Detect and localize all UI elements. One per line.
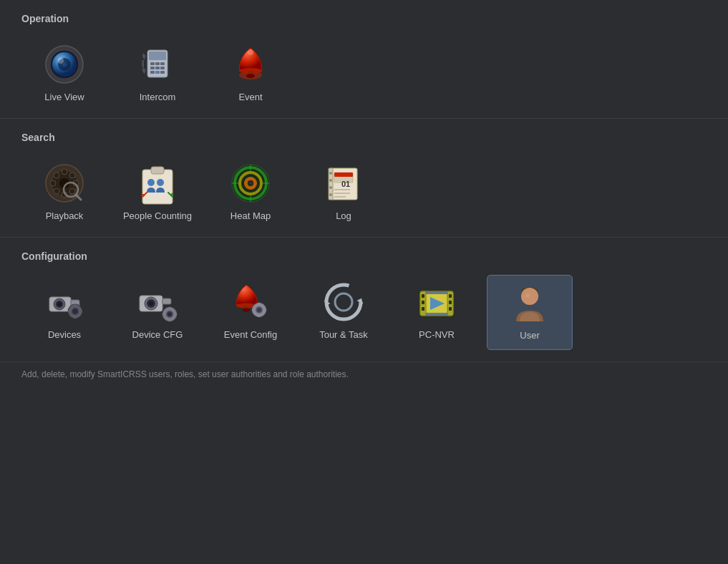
svg-point-5 <box>62 62 67 67</box>
intercom-label: Intercom <box>140 92 176 104</box>
svg-point-82 <box>168 312 172 316</box>
svg-rect-16 <box>160 71 165 74</box>
svg-rect-106 <box>422 307 424 311</box>
intercom-icon <box>136 43 179 86</box>
svg-rect-84 <box>168 319 171 321</box>
playback-label: Playback <box>46 210 84 223</box>
device-cfg-label: Device CFG <box>132 329 183 341</box>
svg-rect-111 <box>426 291 447 294</box>
playback-item[interactable]: Playback <box>21 156 107 230</box>
operation-title: Operation <box>21 13 707 24</box>
log-item[interactable]: 01 Log <box>301 156 387 230</box>
status-text: Add, delete, modify SmartICRSS users, ro… <box>21 369 349 379</box>
svg-point-60 <box>329 179 332 182</box>
svg-rect-73 <box>68 310 71 313</box>
operation-grid: Live View <box>21 37 707 111</box>
svg-rect-95 <box>252 308 255 311</box>
tour-task-item[interactable]: Tour & Task <box>301 275 387 350</box>
svg-rect-54 <box>334 172 353 177</box>
user-label: User <box>520 330 539 342</box>
svg-rect-108 <box>449 301 452 304</box>
svg-rect-74 <box>79 310 82 313</box>
device-cfg-icon <box>136 281 179 324</box>
operation-section: Operation <box>0 0 728 118</box>
svg-point-27 <box>50 180 56 186</box>
svg-rect-86 <box>174 313 177 316</box>
event-icon <box>229 43 272 86</box>
devices-item[interactable]: Devices <box>21 275 107 350</box>
svg-point-66 <box>57 302 62 306</box>
svg-point-59 <box>329 172 332 175</box>
event-item[interactable]: Event <box>208 37 293 111</box>
svg-rect-96 <box>263 308 266 311</box>
svg-rect-104 <box>422 294 424 298</box>
pc-nvr-item[interactable]: PC-NVR <box>394 275 480 350</box>
svg-rect-8 <box>150 62 155 65</box>
svg-rect-85 <box>162 313 165 316</box>
svg-rect-105 <box>422 301 424 304</box>
pc-nvr-label: PC-NVR <box>419 329 455 341</box>
user-item[interactable]: User <box>487 275 573 350</box>
svg-point-116 <box>525 293 530 298</box>
configuration-title: Configuration <box>21 251 707 262</box>
svg-point-21 <box>248 49 253 55</box>
devices-icon <box>43 281 86 324</box>
devices-label: Devices <box>48 329 81 341</box>
log-icon: 01 <box>322 162 365 205</box>
svg-point-62 <box>329 193 332 196</box>
tour-task-icon <box>322 281 365 324</box>
svg-rect-107 <box>449 294 452 298</box>
event-config-item[interactable]: Event Config <box>208 275 293 350</box>
intercom-item[interactable]: Intercom <box>115 37 200 111</box>
svg-rect-11 <box>150 67 155 69</box>
svg-rect-15 <box>155 71 160 74</box>
people-counting-icon <box>136 162 179 205</box>
svg-rect-93 <box>258 303 261 306</box>
svg-rect-71 <box>74 304 77 307</box>
svg-point-89 <box>243 308 250 311</box>
svg-point-46 <box>249 182 252 185</box>
user-icon <box>508 281 551 324</box>
svg-rect-10 <box>160 62 165 65</box>
people-counting-item[interactable]: People Counting <box>115 156 200 230</box>
live-view-item[interactable]: Live View <box>21 37 107 111</box>
log-label: Log <box>336 210 351 223</box>
device-cfg-item[interactable]: Device CFG <box>115 275 200 350</box>
heat-map-label: Heat Map <box>230 210 271 223</box>
svg-rect-14 <box>150 71 155 74</box>
svg-point-92 <box>257 308 261 312</box>
event-config-icon <box>229 281 272 324</box>
people-counting-label: People Counting <box>123 210 192 223</box>
svg-rect-35 <box>142 170 173 204</box>
heat-map-item[interactable]: Heat Map <box>208 156 293 230</box>
svg-point-31 <box>69 172 75 178</box>
svg-point-29 <box>54 172 59 178</box>
svg-point-115 <box>521 288 538 305</box>
svg-rect-112 <box>426 313 447 316</box>
svg-point-61 <box>329 186 332 189</box>
status-bar: Add, delete, modify SmartICRSS users, ro… <box>0 361 728 384</box>
svg-point-20 <box>246 74 255 78</box>
configuration-grid: Devices <box>21 275 707 350</box>
search-section: Search <box>0 119 728 237</box>
pc-nvr-icon <box>415 281 458 324</box>
event-config-label: Event Config <box>224 329 277 341</box>
svg-rect-12 <box>155 67 160 69</box>
svg-rect-13 <box>160 67 165 69</box>
svg-rect-83 <box>168 307 171 310</box>
svg-point-37 <box>147 179 155 186</box>
svg-rect-72 <box>74 316 77 319</box>
tour-task-label: Tour & Task <box>319 329 368 341</box>
svg-point-30 <box>69 188 75 194</box>
svg-rect-109 <box>449 307 452 311</box>
live-view-icon <box>43 43 86 86</box>
svg-point-38 <box>157 179 164 186</box>
svg-rect-7 <box>149 52 166 60</box>
svg-point-97 <box>326 285 361 319</box>
search-grid: Playback <box>21 156 707 230</box>
svg-point-78 <box>149 301 153 306</box>
svg-point-100 <box>335 293 352 311</box>
svg-point-32 <box>54 188 59 194</box>
configuration-section: Configuration <box>0 238 728 357</box>
event-label: Event <box>238 92 262 104</box>
